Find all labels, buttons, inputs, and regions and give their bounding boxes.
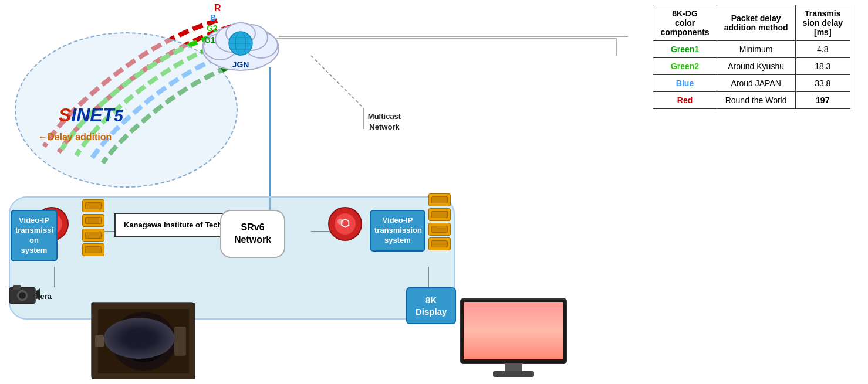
method-red: Round the World [717, 92, 795, 109]
component-red: Red [677, 96, 693, 105]
g2-label: G2 [207, 23, 218, 33]
col-header-method: Packet delayaddition method [717, 5, 795, 41]
svg-marker-35 [36, 288, 40, 300]
delay-green2: 18.3 [795, 58, 850, 75]
camera-equipment-photo [91, 302, 194, 378]
right-video-ip-box: Video-IP transmission system [370, 210, 425, 252]
b-label: B [210, 13, 216, 22]
left-video-ip-box: Video-IP transmissi on system [11, 210, 58, 261]
display-8k-box: 8K Display [406, 287, 456, 324]
display-equipment-photo [458, 296, 569, 381]
right-router: ⬡ [327, 206, 363, 244]
method-green1: Minimum [717, 41, 795, 58]
svg-point-39 [120, 320, 167, 362]
delay-green1: 4.8 [795, 41, 850, 58]
method-blue: Aroud JAPAN [717, 75, 795, 92]
g1-label: G1 [204, 35, 215, 45]
component-green2: Green2 [671, 62, 699, 71]
table-row-green2: Green2 Around Kyushu 18.3 [653, 58, 850, 75]
svg-rect-47 [493, 371, 534, 377]
method-green2: Around Kyushu [717, 58, 795, 75]
svg-rect-46 [505, 363, 522, 372]
component-green1: Green1 [671, 45, 699, 54]
col-header-delay: Transmission delay[ms] [795, 5, 850, 41]
svg-rect-45 [464, 302, 563, 359]
col-header-component: 8K-DGcolorcomponents [653, 5, 717, 41]
svg-text:⬡: ⬡ [340, 218, 350, 229]
jgn-label: JGN [232, 60, 249, 69]
table-row-red: Red Round the World 197 [653, 92, 850, 109]
left-server-stack [82, 199, 104, 256]
r-label: R [214, 3, 221, 13]
svg-rect-34 [13, 285, 21, 290]
table-row-blue: Blue Aroud JAPAN 33.8 [653, 75, 850, 92]
delay-blue: 33.8 [795, 75, 850, 92]
network-table: 8K-DGcolorcomponents Packet delayadditio… [653, 5, 850, 109]
svg-rect-42 [95, 335, 104, 347]
svg-point-40 [129, 327, 158, 356]
table-row-green1: Green1 Minimum 4.8 [653, 41, 850, 58]
sinet-logo: SINET5 [59, 104, 123, 126]
delay-addition-label: ←Delay addition [38, 132, 112, 142]
svg-point-33 [19, 292, 26, 299]
multicast-network-label: MulticastNetwork [352, 111, 417, 132]
component-blue: Blue [676, 79, 694, 88]
right-server-stack [428, 193, 451, 250]
camera-icon [5, 283, 40, 308]
delay-red: 197 [816, 96, 829, 105]
diagram-container: SINET5 ←Delay addition JGN R B G2 [0, 0, 868, 384]
svg-rect-41 [174, 327, 186, 356]
svg-line-3 [311, 56, 364, 108]
srv6-network: SRv6Network [220, 210, 285, 258]
